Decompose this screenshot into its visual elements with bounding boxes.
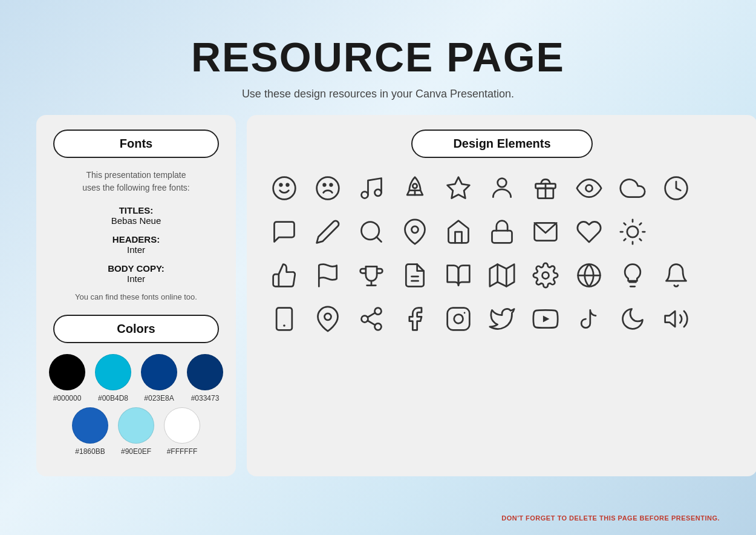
rocket-icon [396,169,434,208]
right-panel: Design Elements [247,115,756,476]
svg-point-35 [543,272,549,279]
gear-icon [526,256,565,295]
colors-section-header: Colors [53,315,219,343]
svg-point-42 [362,316,368,323]
color-swatch-darknavy: #033473 [187,354,223,402]
star-icon [439,169,478,208]
svg-rect-17 [492,231,512,243]
heart-icon [570,212,608,251]
svg-point-41 [375,308,382,315]
svg-marker-48 [543,315,550,322]
book-icon [439,256,478,295]
color-circle-cyan [95,354,131,390]
search-icon [352,212,391,251]
trophy-icon [352,256,391,295]
svg-point-13 [586,185,593,192]
main-content: Fonts This presentation template uses th… [0,115,756,476]
svg-point-0 [273,177,296,200]
instagram-icon [439,300,478,338]
flag-icon [308,256,347,295]
svg-marker-32 [490,264,514,287]
svg-line-23 [640,239,642,241]
color-circle-darknavy [187,354,223,390]
empty-cell-2 [657,212,696,251]
cloud-icon [613,169,652,208]
color-swatch-white: #FFFFFF [164,407,200,456]
svg-point-4 [324,184,326,186]
svg-point-10 [498,179,507,188]
svg-line-22 [624,223,626,225]
location-pin-icon [308,300,347,338]
svg-line-44 [368,321,376,325]
color-swatches-row-2: #1860BB #90E0EF #FFFFFF [53,407,219,456]
color-swatch-cyan: #00B4D8 [95,354,131,402]
svg-point-7 [375,189,382,196]
svg-point-3 [317,177,339,200]
svg-marker-9 [448,177,470,199]
pencil-icon [308,212,347,251]
sun-icon [613,212,652,251]
fonts-description: This presentation template uses the foll… [53,169,219,194]
svg-line-45 [368,313,376,317]
page-subtitle: Use these design resources in your Canva… [0,88,756,100]
color-swatches-row-1: #000000 #00B4D8 #023E8A #033473 [53,354,219,402]
font-item-body: BODY COPY: Inter [53,263,219,284]
empty-cell-5 [700,300,739,338]
chat-bubble-icon [265,212,304,251]
facebook-icon [396,300,434,338]
pin-icon [396,212,434,251]
lightbulb-icon [613,256,652,295]
colors-section: Colors #000000 #00B4D8 #023E8A #033473 [53,315,219,456]
fonts-section-header: Fonts [53,130,219,158]
megaphone-icon [657,300,696,338]
map-icon [483,256,521,295]
mail-icon [526,212,565,251]
footer-note: DON'T FORGET TO DELETE THIS PAGE BEFORE … [501,514,720,522]
color-swatch-black: #000000 [49,354,85,402]
svg-point-2 [287,184,289,186]
empty-cell-3 [700,212,739,251]
design-elements-header: Design Elements [411,130,593,158]
svg-point-8 [412,184,417,188]
color-circle-lightcyan [118,407,154,444]
house-icon [439,212,478,251]
document-icon [396,256,434,295]
music-icon [352,169,391,208]
svg-point-1 [280,184,282,186]
color-swatch-blue: #1860BB [72,407,108,456]
smiley-icon [265,169,304,208]
svg-point-43 [375,323,382,330]
color-circle-navy [141,354,177,390]
svg-line-27 [640,223,642,225]
design-elements-grid [265,169,739,338]
phone-icon [265,300,304,338]
svg-point-6 [362,192,368,199]
color-circle-blue [72,407,108,444]
font-item-headers: HEADERS: Inter [53,234,219,255]
bell-icon [657,256,696,295]
svg-point-5 [330,184,333,186]
page-header: RESOURCE PAGE Use these design resources… [0,0,756,100]
color-swatch-lightcyan: #90E0EF [118,407,154,456]
sad-face-icon [308,169,347,208]
color-circle-white [164,407,200,444]
empty-cell-1 [700,169,739,208]
globe-icon [570,256,608,295]
find-fonts-note: You can find these fonts online too. [53,292,219,301]
svg-line-26 [624,239,626,241]
moon-icon [613,300,652,338]
gift-icon [526,169,565,208]
share-icon [352,300,391,338]
twitter-icon [483,300,521,338]
person-icon [483,169,521,208]
left-panel: Fonts This presentation template uses th… [36,115,236,476]
color-circle-black [49,354,85,390]
youtube-icon [526,300,565,338]
svg-point-40 [325,313,331,320]
tiktok-icon [570,300,608,338]
thumbs-up-icon [265,256,304,295]
lock-icon [483,212,521,251]
color-swatch-navy: #023E8A [141,354,177,402]
svg-point-19 [627,226,638,237]
page-title: RESOURCE PAGE [0,33,756,80]
